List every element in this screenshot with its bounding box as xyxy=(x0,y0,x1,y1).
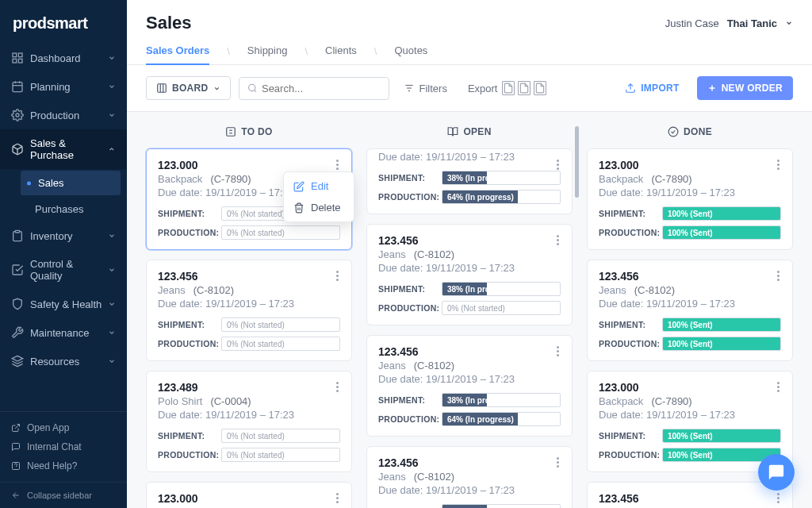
tab-clients[interactable]: Clients xyxy=(325,38,357,64)
card-more-button[interactable] xyxy=(329,378,345,395)
chevron-down-icon xyxy=(108,329,116,337)
new-order-button[interactable]: NEW ORDER xyxy=(697,76,793,100)
edit-icon xyxy=(293,181,304,192)
card-id: 123.456 xyxy=(378,234,561,247)
card-more-button[interactable] xyxy=(770,489,786,506)
open-app-link[interactable]: Open App xyxy=(11,418,116,437)
upload-icon xyxy=(625,83,636,94)
card-more-button[interactable] xyxy=(770,267,786,284)
menu-edit[interactable]: Edit xyxy=(284,175,354,197)
card-code: (C-8102) xyxy=(414,471,454,483)
order-card[interactable]: 123.000Backpack(C-7890)Due date: 19/11/2… xyxy=(587,148,793,250)
order-card[interactable]: 123.456Jeans(C-8102)Due date: 19/11/2019… xyxy=(366,446,573,508)
sidebar-item-safety-health[interactable]: Safety & Health xyxy=(0,290,127,318)
progress-bar: 38% (In production) xyxy=(442,504,561,508)
order-card[interactable]: 123.456Jeans(C-8102)Due date: 19/11/2019… xyxy=(366,224,573,325)
user-menu[interactable]: Justin Case Thai Tanic xyxy=(665,17,793,29)
card-more-button[interactable] xyxy=(770,378,786,395)
card-code: (C-7890) xyxy=(651,173,691,185)
card-more-button[interactable] xyxy=(329,489,345,506)
metric-label: SHIPMENT: xyxy=(378,173,435,183)
metric-label: SHIPMENT: xyxy=(158,320,215,329)
progress-bar: 100% (Sent) xyxy=(662,337,781,351)
order-card[interactable]: 123.489Polo Shirt(C-0004)Due date: 19/11… xyxy=(146,371,352,472)
card-more-button[interactable] xyxy=(550,453,565,471)
column-header: TO DO xyxy=(146,126,352,137)
internal-chat-link[interactable]: Internal Chat xyxy=(11,437,116,456)
svg-rect-16 xyxy=(158,84,167,93)
tab-separator: \ xyxy=(227,45,230,57)
card-menu: EditDelete xyxy=(283,171,354,222)
tabs: Sales Orders \ Shipping \ Clients \ Quot… xyxy=(146,38,793,64)
sidebar-item-sales-purchase[interactable]: Sales & Purchase xyxy=(0,129,127,169)
progress-bar: 0% (Not started) xyxy=(221,318,340,332)
card-product: Jeans xyxy=(378,248,406,260)
svg-rect-3 xyxy=(18,59,22,63)
card-id: 123.456 xyxy=(158,270,340,283)
card-more-button[interactable] xyxy=(550,342,565,360)
main: Sales Justin Case Thai Tanic Sales Order… xyxy=(127,0,812,508)
metric-label: PRODUCTION: xyxy=(599,339,656,348)
sidebar-item-label: Purchases xyxy=(35,203,83,215)
order-card[interactable]: 123.456Jeans(C-8102)Due date: 19/11/2019… xyxy=(366,335,573,437)
need-help-link[interactable]: Need Help? xyxy=(11,456,116,475)
scrollbar[interactable] xyxy=(575,126,579,198)
order-card[interactable]: Due date: 19/11/2019 – 17:23SHIPMENT:38%… xyxy=(366,148,573,214)
sidebar-item-resources[interactable]: Resources xyxy=(0,347,127,375)
order-card[interactable]: 123.000Backpack(C-7890)Due date: 19/11/2… xyxy=(146,482,352,508)
chat-fab[interactable] xyxy=(758,454,795,491)
sidebar-item-planning[interactable]: Planning xyxy=(0,72,127,101)
metric-label: PRODUCTION: xyxy=(378,303,435,313)
import-button[interactable]: IMPORT xyxy=(615,77,688,99)
menu-delete[interactable]: Delete xyxy=(284,197,354,218)
sidebar-item-maintenance[interactable]: Maintenance xyxy=(0,318,127,347)
xls-icon[interactable] xyxy=(534,81,546,95)
order-card[interactable]: 123.000Backpack(C-7890)Due date: 19/11/2… xyxy=(587,371,793,472)
trash-icon xyxy=(293,202,304,214)
card-more-button[interactable] xyxy=(329,156,345,173)
card-more-button[interactable] xyxy=(550,231,565,248)
metric-row: SHIPMENT:0% (Not started) xyxy=(158,429,340,443)
card-code: (C-8102) xyxy=(414,360,454,371)
tab-quotes[interactable]: Quotes xyxy=(394,38,427,64)
filters-button[interactable]: Filters xyxy=(397,78,454,99)
order-card[interactable]: EditDelete123.000Backpack(C-7890)Due dat… xyxy=(146,148,352,250)
sidebar-item-inventory[interactable]: Inventory xyxy=(0,221,127,250)
sidebar-item-purchases[interactable]: Purchases xyxy=(17,197,127,221)
order-card[interactable]: 123.456Jeans(C-8102)Due date: 19/11/2019… xyxy=(146,260,352,361)
csv-icon[interactable] xyxy=(518,81,530,95)
board-view-button[interactable]: BOARD xyxy=(146,76,231,100)
sidebar-item-production[interactable]: Production xyxy=(0,101,127,129)
export-button[interactable]: Export xyxy=(462,76,553,100)
card-id: 123.456 xyxy=(599,270,781,283)
sidebar-footer: Open App Internal Chat Need Help? xyxy=(0,411,127,482)
sidebar-item-label: Control & Quality xyxy=(30,258,108,282)
card-id: 123.000 xyxy=(158,159,340,171)
order-card[interactable]: 123.456Jeans(C-8102)Due date: 19/11/2019… xyxy=(587,482,793,508)
pdf-icon[interactable] xyxy=(502,81,515,95)
tab-shipping[interactable]: Shipping xyxy=(247,38,288,64)
metric-row: PRODUCTION:0% (Not started) xyxy=(158,448,340,462)
toolbar: BOARD Filters Export IMPORT NEW ORDER xyxy=(127,65,812,112)
card-product: Backpack xyxy=(599,173,643,185)
tab-sales-orders[interactable]: Sales Orders xyxy=(146,38,209,64)
collapse-sidebar-button[interactable]: Collapse sidebar xyxy=(0,482,127,508)
chevron-down-icon xyxy=(108,232,116,240)
sidebar-item-label: Maintenance xyxy=(30,327,89,339)
card-more-button[interactable] xyxy=(770,156,786,173)
card-id: 123.456 xyxy=(378,345,561,358)
column-open: OPENDue date: 19/11/2019 – 17:23SHIPMENT… xyxy=(366,126,573,508)
button-label: Export xyxy=(468,83,498,94)
card-more-button[interactable] xyxy=(329,267,345,284)
sidebar-item-label: Production xyxy=(30,110,79,121)
search-input[interactable] xyxy=(262,83,381,94)
sidebar-item-dashboard[interactable]: Dashboard xyxy=(0,44,127,72)
sidebar-item-sales[interactable]: Sales xyxy=(21,171,121,195)
order-card[interactable]: 123.456Jeans(C-8102)Due date: 19/11/2019… xyxy=(587,260,793,361)
sidebar-item-control-quality[interactable]: Control & Quality xyxy=(0,250,127,290)
search-input-wrapper[interactable] xyxy=(239,77,389,100)
sidebar-sub-sales-purchase: Sales Purchases xyxy=(0,171,127,221)
card-product: Polo Shirt xyxy=(158,395,202,407)
progress-bar: 64% (In progress) xyxy=(442,412,561,426)
wrench-icon xyxy=(11,326,24,339)
